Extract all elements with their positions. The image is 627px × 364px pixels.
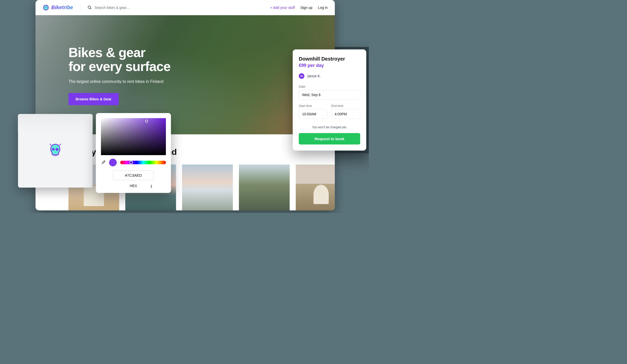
panel-header-blur [18,114,93,132]
svg-point-3 [88,6,91,9]
signup-link[interactable]: Sign up [300,6,312,10]
svg-point-5 [52,148,55,151]
top-bar: Biketribe + Add your stuff Sign up Log i… [36,0,335,15]
brand-logo-panel [18,114,93,188]
search-icon [88,5,92,10]
brand-logo-icon [43,4,49,11]
svg-point-1 [45,7,45,7]
browse-button[interactable]: Browse Bikes & Gear [68,93,119,105]
location-card[interactable] [182,165,233,210]
skull-icon [48,142,63,157]
end-time-label: End time [331,104,360,108]
hero-subtitle: The largest online community to rent bik… [68,79,302,84]
brand-name: Biketribe [51,5,73,10]
hero-title-line1: Bikes & gear [68,46,302,60]
color-picker-panel: HEX ▲▼ [96,113,171,193]
divider [80,4,80,11]
color-format-select[interactable]: HEX ▲▼ [101,184,166,188]
svg-line-8 [60,144,61,145]
booking-note: You won't be charged yet. [299,125,360,129]
nav-right: + Add your stuff Sign up Log in [270,6,328,10]
svg-point-2 [46,7,47,7]
request-to-book-button[interactable]: Request to book [299,133,360,144]
svg-line-7 [50,144,51,145]
hex-input[interactable] [113,170,154,180]
location-card[interactable] [239,165,290,210]
hue-thumb[interactable] [129,161,133,164]
hero-title: Bikes & gear for every surface [68,46,302,73]
color-format-label: HEX [130,184,137,188]
color-swatch [109,159,117,166]
svg-line-4 [90,8,91,9]
eyedropper-icon[interactable] [101,160,106,165]
location-card[interactable] [296,165,335,210]
brand[interactable]: Biketribe [43,4,73,11]
search-input[interactable] [95,6,171,10]
hue-slider[interactable] [120,161,166,164]
logo-preview [18,132,93,188]
start-time-field[interactable]: 10:00AM [299,109,328,119]
end-time-field[interactable]: 4:00PM [331,109,360,119]
chevron-up-down-icon[interactable]: ▲▼ [150,184,153,188]
saturation-field[interactable] [101,118,166,155]
search[interactable] [88,5,264,10]
saturation-cursor[interactable] [145,120,148,123]
hero-title-line2: for every surface [68,60,302,74]
add-your-stuff-link[interactable]: + Add your stuff [270,6,295,10]
login-link[interactable]: Log in [318,6,328,10]
svg-point-0 [43,5,48,10]
